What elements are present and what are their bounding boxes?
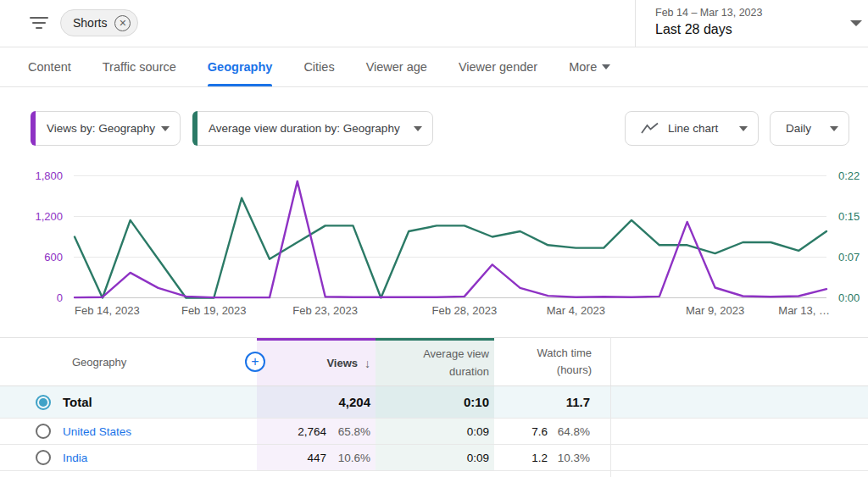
svg-text:Feb 28, 2023: Feb 28, 2023 xyxy=(432,304,498,317)
filter-icon[interactable] xyxy=(30,17,48,30)
svg-text:1,200: 1,200 xyxy=(35,210,63,223)
radio-unselected-icon[interactable] xyxy=(36,450,51,465)
radio-selected-icon[interactable] xyxy=(36,395,51,410)
total-views: 4,204 xyxy=(338,395,370,409)
avg-duration-metric-dropdown[interactable]: Average view duration by: Geography xyxy=(192,111,433,146)
geography-link[interactable]: United States xyxy=(63,425,131,438)
sort-desc-icon[interactable]: ↓ xyxy=(364,357,370,370)
avg-duration-metric-label: Average view duration by: Geography xyxy=(209,122,400,135)
youtube-studio-analytics-page: Shorts ✕ Feb 14 – Mar 13, 2023 Last 28 d… xyxy=(0,0,868,477)
add-metric-button[interactable]: + xyxy=(245,352,265,372)
table-header-row: Geography Views ↓ Average view duration … xyxy=(0,337,868,386)
green-accent-bar xyxy=(192,111,198,146)
interval-dropdown[interactable]: Daily xyxy=(770,111,849,146)
svg-text:1,800: 1,800 xyxy=(35,169,63,182)
table-row-total[interactable]: Total 4,204 0:10 11.7 xyxy=(0,386,868,419)
views-metric-dropdown[interactable]: Views by: Geography xyxy=(31,111,181,146)
svg-text:Mar 9, 2023: Mar 9, 2023 xyxy=(686,304,744,317)
svg-text:0:07: 0:07 xyxy=(838,251,860,263)
table-row[interactable]: India 447 10.6% 0:09 1.2 10.3% xyxy=(0,445,868,471)
geography-link[interactable]: India xyxy=(63,452,87,464)
chip-label: Shorts xyxy=(73,16,107,30)
divider xyxy=(635,0,636,47)
empty-cell xyxy=(610,445,868,470)
svg-text:0: 0 xyxy=(57,291,63,304)
tab-traffic-source[interactable]: Traffic source xyxy=(103,47,176,86)
chevron-down-icon xyxy=(414,126,422,131)
interval-label: Daily xyxy=(786,122,811,135)
avg-duration-column-header[interactable]: Average view duration xyxy=(376,338,494,385)
svg-text:Mar 4, 2023: Mar 4, 2023 xyxy=(547,304,605,317)
svg-text:Feb 14, 2023: Feb 14, 2023 xyxy=(75,304,140,317)
purple-accent-bar xyxy=(31,111,36,146)
watch-time-column-header[interactable]: Watch time (hours) xyxy=(494,338,610,385)
tab-geography[interactable]: Geography xyxy=(208,47,273,86)
close-icon[interactable]: ✕ xyxy=(114,15,131,31)
date-range-text: Feb 14 – Mar 13, 2023 xyxy=(655,7,762,19)
svg-text:Feb 23, 2023: Feb 23, 2023 xyxy=(292,304,358,317)
tab-more[interactable]: More xyxy=(569,47,610,86)
table-row[interactable]: United States 2,764 65.8% 0:09 7.6 64.8% xyxy=(0,419,868,445)
svg-text:0:00: 0:00 xyxy=(838,291,860,304)
views-column-header[interactable]: Views ↓ xyxy=(257,338,376,385)
top-bar: Shorts ✕ Feb 14 – Mar 13, 2023 Last 28 d… xyxy=(0,0,868,47)
empty-cell xyxy=(610,419,868,444)
chevron-down-icon xyxy=(739,126,748,131)
shorts-filter-chip[interactable]: Shorts ✕ xyxy=(60,9,138,36)
total-avg-duration: 0:10 xyxy=(464,395,489,409)
analytics-line-chart[interactable]: 00:006000:071,2000:151,8000:22Feb 14, 20… xyxy=(0,161,868,330)
svg-text:0:15: 0:15 xyxy=(838,210,860,223)
total-watch-hours: 11.7 xyxy=(566,395,590,409)
chevron-down-icon[interactable] xyxy=(850,20,862,26)
chevron-down-icon xyxy=(161,126,170,131)
svg-text:Mar 13, …: Mar 13, … xyxy=(778,304,830,317)
tab-cities[interactable]: Cities xyxy=(303,47,334,86)
radio-unselected-icon[interactable] xyxy=(36,424,51,439)
empty-cell xyxy=(610,471,868,477)
tab-content[interactable]: Content xyxy=(28,47,71,86)
date-preset-text: Last 28 days xyxy=(655,22,762,37)
chart-type-label: Line chart xyxy=(668,122,718,135)
empty-cell xyxy=(610,386,868,418)
views-metric-label: Views by: Geography xyxy=(47,122,155,135)
chart-type-dropdown[interactable]: Line chart xyxy=(625,111,759,146)
geography-column-header[interactable]: Geography xyxy=(0,338,257,385)
chevron-down-icon xyxy=(830,126,838,131)
svg-text:600: 600 xyxy=(44,251,63,263)
row-label: Total xyxy=(63,395,92,409)
tab-viewer-gender[interactable]: Viewer gender xyxy=(459,47,537,86)
empty-column xyxy=(610,338,868,385)
svg-text:Feb 19, 2023: Feb 19, 2023 xyxy=(181,304,247,317)
line-chart-icon xyxy=(641,122,659,135)
svg-text:0:22: 0:22 xyxy=(838,169,860,182)
analytics-tab-bar: Content Traffic source Geography Cities … xyxy=(0,47,868,87)
chevron-down-icon xyxy=(602,64,610,69)
date-range-picker[interactable]: Feb 14 – Mar 13, 2023 Last 28 days xyxy=(655,7,762,37)
table-row-partial xyxy=(0,471,868,477)
tab-viewer-age[interactable]: Viewer age xyxy=(366,47,427,86)
